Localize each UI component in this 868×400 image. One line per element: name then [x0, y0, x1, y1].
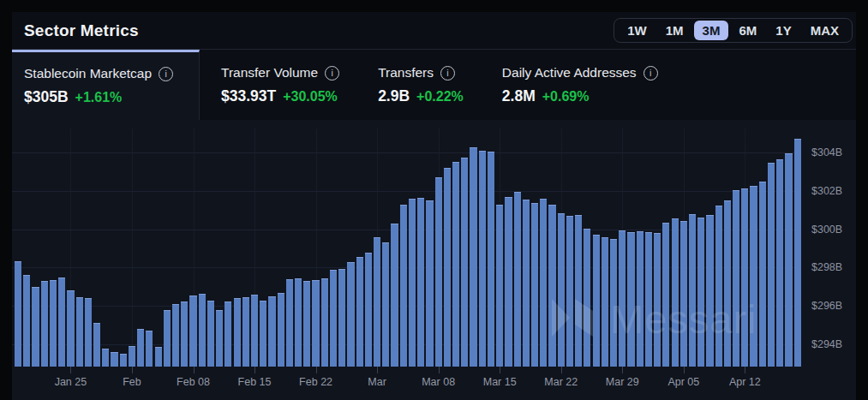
- bar[interactable]: [338, 269, 345, 367]
- bar[interactable]: [15, 261, 21, 367]
- bar[interactable]: [697, 218, 704, 367]
- bar[interactable]: [295, 278, 302, 367]
- bar[interactable]: [137, 329, 144, 367]
- bar[interactable]: [216, 310, 223, 367]
- bar[interactable]: [129, 346, 135, 367]
- bar[interactable]: [645, 232, 652, 367]
- bar[interactable]: [146, 331, 153, 367]
- bar[interactable]: [575, 215, 582, 367]
- bar[interactable]: [461, 158, 468, 367]
- timeframe-button-6m[interactable]: 6M: [730, 21, 765, 40]
- bar[interactable]: [733, 190, 739, 367]
- metric-tab-transfers[interactable]: Transfersi2.9B+0.22%: [367, 50, 464, 120]
- bar[interactable]: [268, 296, 275, 367]
- info-icon[interactable]: i: [325, 66, 339, 81]
- bar[interactable]: [540, 199, 547, 367]
- bar[interactable]: [496, 205, 503, 367]
- bar[interactable]: [181, 301, 188, 367]
- timeframe-button-3m[interactable]: 3M: [694, 21, 729, 40]
- bar[interactable]: [470, 147, 476, 367]
- bar[interactable]: [768, 163, 775, 367]
- bar[interactable]: [50, 280, 57, 367]
- bar[interactable]: [584, 229, 590, 367]
- bar[interactable]: [426, 200, 433, 367]
- bar[interactable]: [347, 262, 354, 367]
- bar[interactable]: [452, 162, 459, 367]
- bar[interactable]: [689, 214, 696, 367]
- bar[interactable]: [120, 354, 127, 367]
- info-icon[interactable]: i: [159, 67, 173, 81]
- bar[interactable]: [602, 237, 608, 367]
- chart-plot-area[interactable]: [12, 120, 801, 367]
- timeframe-button-1w[interactable]: 1W: [619, 21, 655, 40]
- bar[interactable]: [488, 152, 494, 367]
- bar[interactable]: [365, 253, 372, 367]
- bar[interactable]: [278, 293, 284, 367]
- bar[interactable]: [724, 200, 731, 367]
- bar[interactable]: [330, 270, 337, 367]
- bar[interactable]: [382, 242, 389, 367]
- bar[interactable]: [417, 198, 424, 367]
- bar[interactable]: [356, 257, 363, 367]
- bar[interactable]: [794, 139, 801, 367]
- bar[interactable]: [566, 216, 573, 367]
- bar[interactable]: [627, 232, 634, 367]
- timeframe-button-max[interactable]: MAX: [802, 21, 847, 40]
- stablecoin-marketcap-chart[interactable]: Messari $304B$302B$300B$298B$296B$294BJa…: [12, 120, 856, 400]
- bar[interactable]: [224, 301, 231, 367]
- bar[interactable]: [759, 182, 766, 367]
- bar[interactable]: [479, 151, 486, 367]
- bar[interactable]: [654, 233, 661, 367]
- bar[interactable]: [76, 297, 83, 367]
- bar[interactable]: [680, 221, 687, 367]
- bar[interactable]: [400, 205, 407, 367]
- bar[interactable]: [207, 301, 214, 367]
- bar[interactable]: [662, 223, 669, 367]
- bar[interactable]: [321, 278, 328, 367]
- bar[interactable]: [750, 186, 757, 367]
- bar[interactable]: [785, 153, 792, 367]
- bar[interactable]: [610, 239, 617, 367]
- timeframe-button-1m[interactable]: 1M: [657, 21, 692, 40]
- bar[interactable]: [93, 323, 100, 367]
- bar[interactable]: [593, 235, 600, 367]
- bar[interactable]: [706, 215, 713, 367]
- bar[interactable]: [32, 287, 39, 367]
- bar[interactable]: [619, 230, 626, 367]
- bar[interactable]: [391, 224, 398, 367]
- bar[interactable]: [505, 197, 512, 367]
- bar[interactable]: [531, 203, 538, 367]
- bar[interactable]: [67, 290, 74, 367]
- bar[interactable]: [102, 349, 109, 367]
- bar[interactable]: [374, 237, 380, 367]
- bar[interactable]: [523, 200, 530, 367]
- bar[interactable]: [672, 218, 679, 367]
- bar[interactable]: [251, 295, 258, 367]
- bar[interactable]: [234, 298, 241, 367]
- bar[interactable]: [111, 352, 117, 367]
- bar[interactable]: [23, 275, 30, 367]
- bar[interactable]: [286, 279, 293, 367]
- bar[interactable]: [548, 205, 555, 367]
- bar[interactable]: [741, 188, 748, 367]
- bar[interactable]: [444, 168, 451, 367]
- bar[interactable]: [172, 304, 179, 367]
- bar[interactable]: [715, 206, 722, 367]
- info-icon[interactable]: i: [644, 66, 658, 81]
- metric-tab-transfer-volume[interactable]: Transfer Volumei$33.93T+30.05%: [210, 50, 339, 120]
- bar[interactable]: [164, 310, 171, 367]
- bar[interactable]: [514, 192, 521, 367]
- info-icon[interactable]: i: [440, 66, 455, 81]
- bar[interactable]: [312, 280, 319, 367]
- bar[interactable]: [637, 231, 644, 367]
- bar[interactable]: [242, 297, 249, 367]
- bar[interactable]: [189, 296, 196, 367]
- bar[interactable]: [58, 278, 65, 367]
- bar[interactable]: [558, 213, 565, 367]
- timeframe-button-1y[interactable]: 1Y: [767, 21, 799, 40]
- metric-tab-stablecoin-marketcap[interactable]: Stablecoin Marketcapi$305B+1.61%: [12, 50, 200, 120]
- bar[interactable]: [155, 347, 162, 367]
- bar[interactable]: [409, 199, 416, 367]
- bar[interactable]: [303, 281, 310, 367]
- bar[interactable]: [41, 281, 48, 367]
